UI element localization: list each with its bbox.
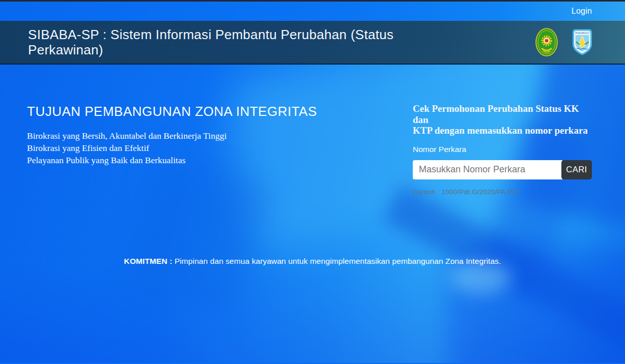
shield-text: PONOROGO [575, 32, 589, 35]
decor-shape [0, 261, 625, 363]
kabupaten-ponorogo-logo-icon: PONOROGO [571, 28, 593, 56]
app-header: SIBABA-SP : Sistem Informasi Pembantu Pe… [0, 21, 625, 65]
zona-integritas-panel: TUJUAN PEMBANGUNAN ZONA INTEGRITAS Birok… [27, 104, 317, 196]
header-logos: PONOROGO [535, 28, 593, 56]
search-heading-line1: Cek Permohonan Perubahan Status KK dan [413, 103, 592, 125]
login-link[interactable]: Login [572, 7, 592, 16]
case-search-panel: Cek Permohonan Perubahan Status KK dan K… [413, 103, 592, 196]
commitment-statement: KOMITMEN : Pimpinan dan semua karyawan u… [0, 257, 625, 266]
hero-section: TUJUAN PEMBANGUNAN ZONA INTEGRITAS Birok… [0, 65, 625, 363]
goal-item: Birokrasi yang Efisien dan Efektif [27, 142, 317, 154]
commitment-label: KOMITMEN : [124, 257, 173, 265]
case-number-input[interactable] [413, 160, 562, 179]
page-title: SIBABA-SP : Sistem Informasi Pembantu Pe… [28, 27, 393, 57]
pengadilan-agama-logo-icon [535, 28, 558, 56]
goal-item: Birokrasi yang Bersih, Akuntabel dan Ber… [27, 130, 317, 142]
zona-integritas-heading: TUJUAN PEMBANGUNAN ZONA INTEGRITAS [27, 104, 317, 118]
page-title-line2: Perkawinan) [28, 42, 393, 57]
example-hint: Contoh : 1000/Pdt.G/2020/PA.PO [413, 188, 592, 196]
search-button[interactable]: CARI [561, 160, 592, 179]
page-title-line1: SIBABA-SP : Sistem Informasi Pembantu Pe… [28, 27, 393, 42]
commitment-text: Pimpinan dan semua karyawan untuk mengim… [172, 257, 501, 265]
search-heading: Cek Permohonan Perubahan Status KK dan K… [413, 103, 592, 136]
case-number-label: Nomor Perkara [413, 145, 592, 154]
search-heading-line2: KTP dengan memasukkan nomor perkara [413, 125, 592, 136]
goal-item: Pelayanan Publik yang Baik dan Berkualit… [27, 154, 317, 166]
case-search-input-group: CARI [413, 160, 592, 179]
topbar: Login [0, 2, 625, 21]
